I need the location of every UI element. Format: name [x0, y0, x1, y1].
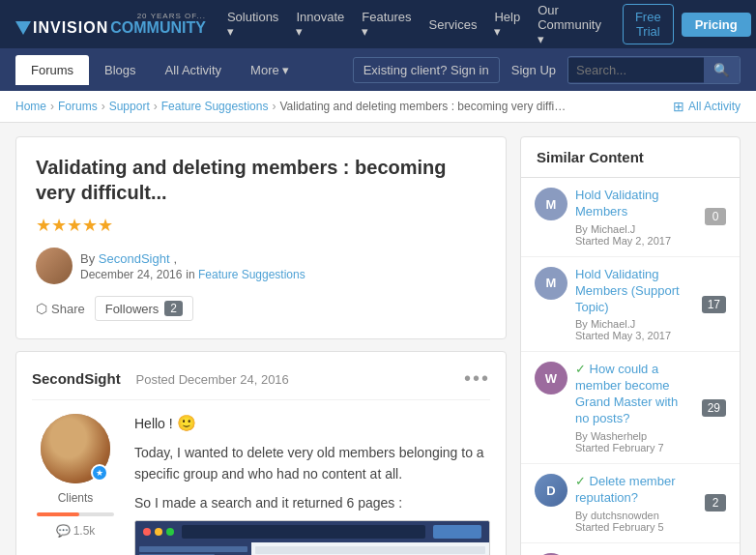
similar-info: Hold Validating Members (Support Topic) …: [575, 267, 694, 342]
similar-item: W ACP Members Menu - Deleting Spammers B…: [521, 543, 740, 555]
similar-title-3[interactable]: ✓ How could a member become Grand Master…: [575, 362, 694, 427]
nav-cta: Free Trial Pricing: [623, 4, 751, 44]
similar-count-3: 29: [702, 399, 726, 417]
breadcrumb-support[interactable]: Support: [109, 100, 150, 113]
similar-item: M Hold Validating Members By Michael.JSt…: [521, 178, 740, 257]
similar-info: Hold Validating Members By Michael.JStar…: [575, 188, 697, 247]
sign-up-link[interactable]: Sign Up: [511, 63, 556, 77]
similar-title-2[interactable]: Hold Validating Members (Support Topic): [575, 267, 694, 316]
user-info: ★ Clients 💬 1.5k: [32, 414, 119, 555]
similar-item: D ✓ Delete member reputation? By dutchsn…: [521, 464, 740, 543]
breadcrumb-current: Validating and deleting members : becomi…: [279, 100, 569, 113]
star-rating: ★★★★★: [36, 215, 486, 236]
free-trial-button[interactable]: Free Trial: [623, 4, 674, 44]
nav-community[interactable]: Our Community ▾: [530, 0, 609, 50]
topic-meta-by: By: [80, 251, 99, 266]
search-input[interactable]: [568, 58, 704, 82]
avatar: ★: [41, 414, 110, 483]
similar-meta-1: By Michael.JStarted May 2, 2017: [575, 223, 697, 247]
tab-all-activity[interactable]: All Activity: [152, 55, 236, 85]
screenshot-preview: [134, 520, 490, 555]
similar-avatar: D: [535, 474, 567, 507]
user-badge-icon: ★: [91, 464, 108, 482]
topic-actions: ⬡ Share Followers 2: [36, 296, 486, 321]
similar-info: ✓ Delete member reputation? By dutchsnow…: [575, 474, 697, 533]
author-avatar-small: [36, 248, 73, 284]
nav-right: Existing client? Sign in Sign Up 🔍: [353, 56, 741, 84]
share-label: Share: [51, 302, 85, 316]
logo[interactable]: 20 YEARS OF... INVISION COMMUNITY: [15, 13, 206, 36]
similar-meta-3: By WasherhelpStarted February 7: [575, 430, 694, 453]
post-content: Hello ! 🙂 Today, I wanted to delete very…: [134, 414, 490, 555]
post-author-name: SecondSight: [32, 370, 121, 387]
nav-solutions[interactable]: Solutions ▾: [219, 6, 286, 43]
similar-info: ✓ How could a member become Grand Master…: [575, 362, 694, 453]
main-layout: Validating and deleting members : becomi…: [0, 123, 756, 555]
followers-button[interactable]: Followers 2: [95, 296, 193, 321]
search-button[interactable]: 🔍: [704, 57, 740, 83]
breadcrumb-home[interactable]: Home: [15, 100, 46, 113]
logo-brand: INVISION: [33, 20, 108, 36]
breadcrumb-forums[interactable]: Forums: [58, 100, 98, 113]
nav-services[interactable]: Services: [422, 14, 485, 36]
post-body-layout: ★ Clients 💬 1.5k Hello ! 🙂: [32, 414, 490, 555]
post-date: Posted December 24, 2016: [136, 372, 289, 387]
topic-category-link[interactable]: Feature Suggestions: [198, 268, 305, 281]
followers-count-badge: 2: [164, 301, 183, 316]
similar-title-4[interactable]: ✓ Delete member reputation?: [575, 474, 697, 507]
nav-help[interactable]: Help ▾: [486, 6, 528, 43]
similar-item: W ✓ How could a member become Grand Mast…: [521, 352, 740, 464]
post-body-line2: So I made a search and it returned 6 pag…: [134, 495, 490, 511]
post-header: SecondSight Posted December 24, 2016 •••: [32, 367, 490, 400]
post-body-line1: Today, I wanted to delete very old membe…: [134, 442, 490, 485]
all-activity-label: All Activity: [688, 100, 741, 113]
topic-date: December 24, 2016: [80, 268, 182, 281]
tab-more[interactable]: More ▾: [237, 55, 303, 85]
similar-avatar: M: [535, 267, 567, 300]
reputation-bar: [37, 512, 114, 516]
followers-label: Followers: [105, 302, 160, 316]
similar-content-header: Similar Content: [521, 137, 740, 178]
similar-count-2: 17: [702, 296, 726, 313]
emoji-smile: 🙂: [177, 415, 196, 431]
pricing-button[interactable]: Pricing: [682, 13, 751, 37]
similar-avatar: M: [535, 188, 567, 220]
nav-innovate[interactable]: Innovate ▾: [288, 6, 352, 43]
breadcrumb: Home › Forums › Support › Feature Sugges…: [0, 91, 756, 123]
secondary-nav: Forums Blogs All Activity More ▾ Existin…: [0, 48, 756, 91]
breadcrumb-left: Home › Forums › Support › Feature Sugges…: [15, 100, 569, 113]
post-count: 💬 1.5k: [56, 524, 96, 538]
post-more-button[interactable]: •••: [464, 367, 490, 390]
nav-features[interactable]: Features ▾: [354, 6, 419, 43]
similar-count-1: 0: [705, 208, 726, 225]
tab-forums[interactable]: Forums: [15, 55, 89, 85]
share-button[interactable]: ⬡ Share: [36, 301, 85, 316]
sign-in-button[interactable]: Existing client? Sign in: [353, 57, 500, 83]
nav-links: Solutions ▾ Innovate ▾ Features ▾ Servic…: [219, 0, 609, 50]
post-count-value: 1.5k: [73, 524, 96, 538]
search-box: 🔍: [567, 56, 741, 84]
similar-item: M Hold Validating Members (Support Topic…: [521, 257, 740, 353]
breadcrumb-feature-suggestions[interactable]: Feature Suggestions: [161, 100, 269, 113]
top-nav: 20 YEARS OF... INVISION COMMUNITY Soluti…: [0, 0, 756, 48]
similar-meta-2: By Michael.JStarted May 3, 2017: [575, 318, 694, 341]
main-content: Validating and deleting members : becomi…: [15, 136, 507, 555]
similar-meta-4: By dutchsnowdenStarted February 5: [575, 510, 697, 533]
topic-author-link[interactable]: SecondSight: [99, 251, 170, 266]
post-card: SecondSight Posted December 24, 2016 •••: [15, 351, 507, 555]
post-greeting: Hello ! 🙂: [134, 414, 490, 432]
topic-meta: By SecondSight , December 24, 2016 in Fe…: [36, 248, 486, 284]
logo-community-text: COMMUNITY: [110, 20, 206, 36]
similar-count-4: 2: [705, 494, 726, 511]
similar-content-panel: Similar Content M Hold Validating Member…: [520, 136, 741, 555]
topic-title: Validating and deleting members : becomi…: [36, 155, 486, 205]
topic-header-card: Validating and deleting members : becomi…: [15, 136, 507, 339]
similar-avatar: W: [535, 362, 567, 394]
tab-blogs[interactable]: Blogs: [91, 55, 150, 85]
user-role: Clients: [58, 491, 94, 505]
sidebar: Similar Content M Hold Validating Member…: [520, 136, 741, 555]
all-activity-link[interactable]: ⊞ All Activity: [673, 99, 741, 114]
similar-title-1[interactable]: Hold Validating Members: [575, 188, 697, 220]
